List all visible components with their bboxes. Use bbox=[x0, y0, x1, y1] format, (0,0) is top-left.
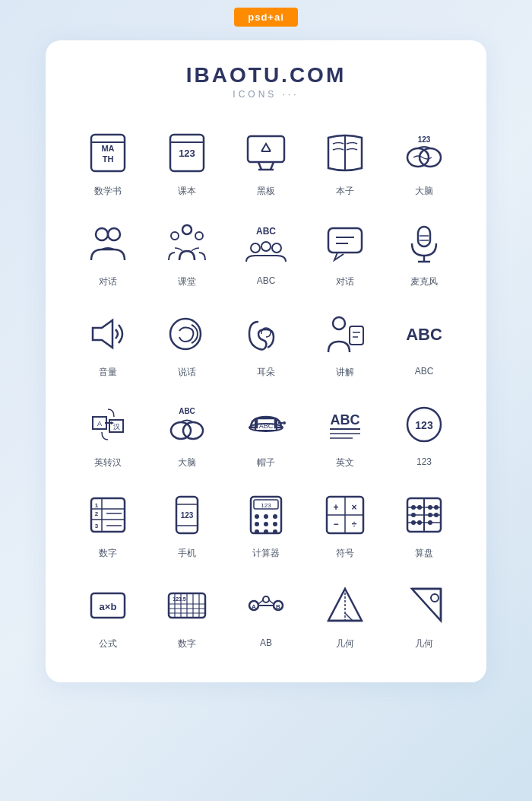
svg-text:ABC: ABC bbox=[179, 407, 195, 415]
icon-volume: 音量 bbox=[68, 299, 147, 383]
icon-abc-text: ABC ABC bbox=[385, 299, 464, 383]
svg-point-13 bbox=[407, 148, 429, 167]
svg-line-122 bbox=[269, 600, 274, 604]
svg-line-121 bbox=[258, 600, 263, 604]
card-subtitle: ICONS ··· bbox=[68, 89, 464, 100]
svg-point-101 bbox=[417, 520, 422, 525]
icon-speak: 说话 bbox=[147, 299, 226, 383]
icon-dialogue1: 对话 bbox=[68, 208, 147, 293]
svg-point-23 bbox=[272, 243, 281, 253]
icon-chat: 对话 bbox=[306, 208, 385, 293]
icons-grid: MA TH 数学书 123 课本 bbox=[68, 118, 464, 655]
svg-text:MA: MA bbox=[101, 144, 114, 153]
icon-notebook: 本子 bbox=[306, 118, 385, 202]
svg-point-102 bbox=[428, 520, 432, 525]
svg-point-99 bbox=[434, 513, 439, 517]
svg-point-77 bbox=[273, 522, 277, 526]
svg-text:a×b: a×b bbox=[100, 601, 117, 612]
svg-point-44 bbox=[183, 422, 203, 439]
svg-text:+: + bbox=[333, 502, 338, 513]
svg-point-34 bbox=[333, 317, 345, 329]
icon-digits2: 123.5 数字 bbox=[147, 571, 226, 655]
svg-point-17 bbox=[182, 225, 192, 234]
svg-point-75 bbox=[255, 522, 259, 526]
svg-text:123: 123 bbox=[261, 502, 271, 509]
svg-rect-0 bbox=[91, 135, 125, 171]
svg-point-22 bbox=[261, 242, 271, 251]
svg-point-73 bbox=[264, 514, 268, 519]
icon-geo2: 几何 bbox=[385, 571, 464, 655]
svg-point-49 bbox=[283, 421, 286, 424]
svg-text:ABC: ABC bbox=[406, 325, 442, 344]
svg-text:123: 123 bbox=[181, 511, 194, 520]
svg-text:1: 1 bbox=[95, 502, 99, 509]
icon-translate: A 汉 英转汉 bbox=[68, 389, 147, 474]
svg-line-125 bbox=[345, 613, 353, 621]
svg-text:2: 2 bbox=[95, 510, 99, 517]
icon-english: ABC 英文 bbox=[306, 389, 385, 474]
icon-hat: ABC 帽子 bbox=[226, 389, 306, 474]
svg-text:汉: 汉 bbox=[113, 423, 120, 431]
icon-brain: 123 大脑 bbox=[385, 118, 464, 202]
icon-explain: 讲解 bbox=[306, 299, 385, 383]
svg-rect-27 bbox=[418, 227, 430, 246]
svg-point-78 bbox=[255, 529, 259, 534]
svg-text:÷: ÷ bbox=[352, 519, 357, 529]
card-title: IBAOTU.COM bbox=[68, 63, 464, 87]
svg-rect-35 bbox=[350, 326, 363, 345]
svg-point-93 bbox=[411, 505, 416, 510]
svg-point-21 bbox=[251, 243, 260, 253]
svg-text:TH: TH bbox=[103, 154, 114, 164]
svg-point-97 bbox=[411, 513, 416, 517]
icon-classroom: 课堂 bbox=[147, 208, 226, 293]
svg-line-9 bbox=[271, 162, 274, 170]
icon-ear: 耳朵 bbox=[226, 299, 306, 383]
icon-brain-abc: ABC 大脑 bbox=[147, 389, 226, 474]
svg-point-79 bbox=[264, 529, 268, 534]
svg-text:−: − bbox=[333, 519, 338, 529]
svg-point-43 bbox=[171, 422, 191, 439]
icon-textbook: 123 课本 bbox=[147, 118, 226, 202]
svg-text:ABC: ABC bbox=[331, 412, 360, 428]
svg-point-15 bbox=[96, 228, 108, 240]
svg-point-120 bbox=[263, 596, 269, 602]
svg-point-128 bbox=[431, 594, 439, 602]
icon-abacus: 算盘 bbox=[385, 480, 464, 564]
svg-text:3: 3 bbox=[95, 523, 99, 529]
icon-num123: 123 123 bbox=[385, 389, 464, 474]
svg-text:123: 123 bbox=[418, 135, 431, 144]
svg-point-19 bbox=[195, 232, 203, 240]
svg-point-72 bbox=[255, 514, 259, 519]
svg-text:ABC: ABC bbox=[256, 226, 276, 237]
icon-digit: 1 2 3 数字 bbox=[68, 480, 147, 564]
svg-text:123: 123 bbox=[415, 419, 433, 431]
icon-abc-people: ABC ABC bbox=[226, 208, 306, 293]
svg-point-94 bbox=[417, 505, 422, 510]
svg-point-74 bbox=[273, 514, 277, 519]
svg-rect-24 bbox=[328, 228, 362, 253]
svg-text:×: × bbox=[351, 502, 356, 513]
svg-line-129 bbox=[412, 589, 441, 621]
icon-phone: 123 手机 bbox=[147, 480, 226, 564]
svg-text:B: B bbox=[276, 603, 280, 610]
svg-text:A: A bbox=[252, 603, 256, 610]
top-badge: psd+ai bbox=[234, 8, 298, 27]
svg-point-96 bbox=[434, 505, 439, 510]
svg-point-16 bbox=[108, 228, 120, 240]
svg-point-33 bbox=[170, 319, 201, 349]
icon-ab-connect: A B AB bbox=[226, 571, 306, 655]
icon-mathsymbol: + × − ÷ 符号 bbox=[306, 480, 385, 564]
icon-formula: a×b 公式 bbox=[68, 571, 147, 655]
svg-point-100 bbox=[411, 520, 416, 525]
svg-point-76 bbox=[264, 522, 268, 526]
svg-point-80 bbox=[273, 529, 277, 534]
icon-calculator: 123 计算器 bbox=[226, 480, 306, 564]
icon-microphone: 麦克风 bbox=[385, 208, 464, 293]
svg-marker-32 bbox=[93, 320, 112, 348]
icon-geo1: 几何 bbox=[306, 571, 385, 655]
svg-rect-7 bbox=[248, 136, 284, 162]
icon-blackboard: 黑板 bbox=[226, 118, 306, 202]
icon-math-book: MA TH 数学书 bbox=[68, 118, 147, 202]
svg-point-95 bbox=[428, 505, 432, 510]
svg-point-18 bbox=[171, 232, 179, 240]
